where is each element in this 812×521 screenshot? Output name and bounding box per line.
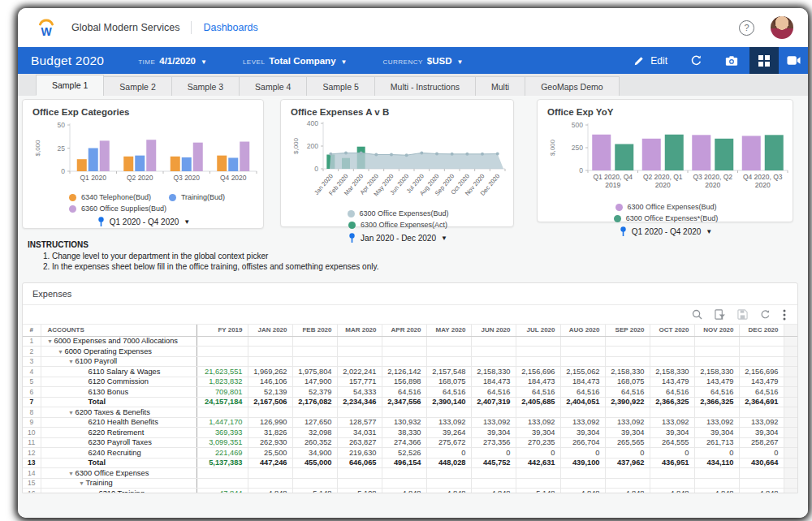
value-cell[interactable]: 25,500: [248, 448, 292, 459]
value-cell[interactable]: 2,167,506: [248, 397, 292, 407]
value-cell[interactable]: 184,473: [560, 377, 605, 387]
value-cell[interactable]: 39,304: [739, 428, 784, 438]
value-cell[interactable]: [382, 468, 426, 479]
account-cell[interactable]: Total: [41, 458, 197, 468]
value-cell[interactable]: [471, 347, 516, 357]
value-cell[interactable]: 447,246: [248, 458, 292, 468]
value-cell[interactable]: 445,752: [471, 458, 516, 468]
value-cell[interactable]: 260,352: [292, 437, 337, 448]
value-cell[interactable]: [248, 347, 292, 357]
value-cell[interactable]: [337, 407, 382, 418]
value-cell[interactable]: [426, 468, 471, 479]
value-cell[interactable]: 128,577: [337, 417, 382, 428]
expand-icon[interactable]: ▼: [57, 349, 65, 355]
value-cell[interactable]: [650, 407, 694, 418]
value-cell[interactable]: [248, 356, 292, 367]
value-cell[interactable]: 258,267: [739, 437, 784, 448]
value-cell[interactable]: 2,158,330: [694, 367, 739, 377]
value-cell[interactable]: [739, 356, 784, 367]
value-cell[interactable]: 133,092: [560, 417, 605, 428]
tab-sample-4[interactable]: Sample 4: [239, 76, 307, 96]
value-cell[interactable]: 219,630: [337, 448, 382, 459]
value-cell[interactable]: 34,900: [292, 448, 337, 459]
value-cell[interactable]: [650, 336, 694, 347]
value-cell[interactable]: 157,771: [337, 377, 382, 387]
value-cell[interactable]: 4,848: [739, 489, 784, 494]
value-cell[interactable]: 126,990: [248, 417, 292, 428]
value-cell[interactable]: [292, 347, 337, 357]
refresh-button[interactable]: [679, 47, 714, 74]
value-cell[interactable]: 5,137,383: [197, 458, 248, 468]
value-cell[interactable]: 52,526: [382, 448, 426, 459]
value-cell[interactable]: 270,235: [516, 437, 560, 448]
value-cell[interactable]: [560, 336, 605, 347]
account-cell[interactable]: ▼6300 Office Expenses: [41, 468, 197, 479]
value-cell[interactable]: 448,028: [426, 458, 471, 468]
value-cell[interactable]: 52,139: [248, 387, 292, 398]
value-cell[interactable]: 0: [694, 448, 739, 459]
tab-sample-3[interactable]: Sample 3: [171, 76, 240, 96]
value-cell[interactable]: 143,479: [650, 377, 694, 387]
refresh-sheet-icon[interactable]: [760, 309, 771, 320]
dashboards-link[interactable]: Dashboards: [203, 22, 257, 33]
value-cell[interactable]: 261,713: [694, 437, 739, 448]
value-cell[interactable]: [560, 347, 605, 357]
more-icon[interactable]: [783, 309, 786, 321]
value-cell[interactable]: 2,156,696: [516, 367, 560, 377]
value-cell[interactable]: [739, 347, 784, 357]
value-cell[interactable]: 39,304: [650, 428, 694, 438]
context-picker-currency[interactable]: CURRENCY$USD▼: [382, 56, 463, 66]
value-cell[interactable]: [337, 336, 382, 347]
value-cell[interactable]: 0: [516, 448, 560, 459]
value-cell[interactable]: 32,098: [292, 428, 337, 438]
value-cell[interactable]: 4,848: [605, 489, 650, 494]
expand-icon[interactable]: ▼: [46, 338, 54, 344]
value-cell[interactable]: 263,827: [337, 437, 382, 448]
value-cell[interactable]: 133,092: [471, 417, 516, 428]
value-cell[interactable]: 39,264: [426, 428, 471, 438]
value-cell[interactable]: 34,031: [337, 428, 382, 438]
value-cell[interactable]: 2,347,556: [382, 397, 426, 407]
account-cell[interactable]: ▼6000 Expenses and 7000 Allocations: [41, 336, 197, 347]
value-cell[interactable]: 266,704: [560, 437, 605, 448]
value-cell[interactable]: [605, 468, 650, 479]
value-cell[interactable]: 3,099,351: [197, 437, 248, 448]
value-cell[interactable]: 2,407,319: [471, 397, 516, 407]
value-cell[interactable]: [292, 478, 337, 489]
value-cell[interactable]: [248, 478, 292, 489]
value-cell[interactable]: 0: [739, 448, 784, 459]
value-cell[interactable]: 2,364,691: [739, 397, 784, 407]
expand-icon[interactable]: ▼: [67, 471, 76, 476]
value-cell[interactable]: 4,848: [694, 489, 739, 494]
value-cell[interactable]: 184,473: [516, 377, 560, 387]
help-icon[interactable]: ?: [739, 20, 754, 36]
value-cell[interactable]: [426, 478, 471, 489]
video-button[interactable]: [779, 47, 808, 74]
value-cell[interactable]: [426, 407, 471, 418]
value-cell[interactable]: 2,366,325: [650, 397, 694, 407]
value-cell[interactable]: [426, 336, 471, 347]
value-cell[interactable]: 2,156,696: [739, 367, 784, 377]
value-cell[interactable]: 4,848: [248, 489, 292, 494]
value-cell[interactable]: [471, 468, 516, 479]
value-cell[interactable]: 143,479: [739, 377, 784, 387]
value-cell[interactable]: 130,932: [382, 417, 426, 428]
value-cell[interactable]: 265,565: [605, 437, 650, 448]
value-cell[interactable]: 264,555: [650, 437, 694, 448]
value-cell[interactable]: [337, 468, 382, 479]
value-cell[interactable]: [292, 336, 337, 347]
value-cell[interactable]: 2,158,330: [650, 367, 694, 377]
value-cell[interactable]: [471, 336, 516, 347]
value-cell[interactable]: 2,366,325: [694, 397, 739, 407]
value-cell[interactable]: [248, 407, 292, 418]
value-cell[interactable]: [471, 407, 516, 418]
value-cell[interactable]: 0: [560, 448, 605, 459]
chart-range-selector[interactable]: Jan 2020 - Dec 2020▼: [291, 233, 505, 243]
value-cell[interactable]: [516, 478, 560, 489]
value-cell[interactable]: [560, 478, 605, 489]
value-cell[interactable]: [382, 347, 426, 357]
value-cell[interactable]: [292, 468, 337, 479]
tab-multi-instructions[interactable]: Multi - Instructions: [374, 76, 476, 96]
value-cell[interactable]: 168,075: [605, 377, 650, 387]
value-cell[interactable]: 133,092: [650, 417, 694, 428]
